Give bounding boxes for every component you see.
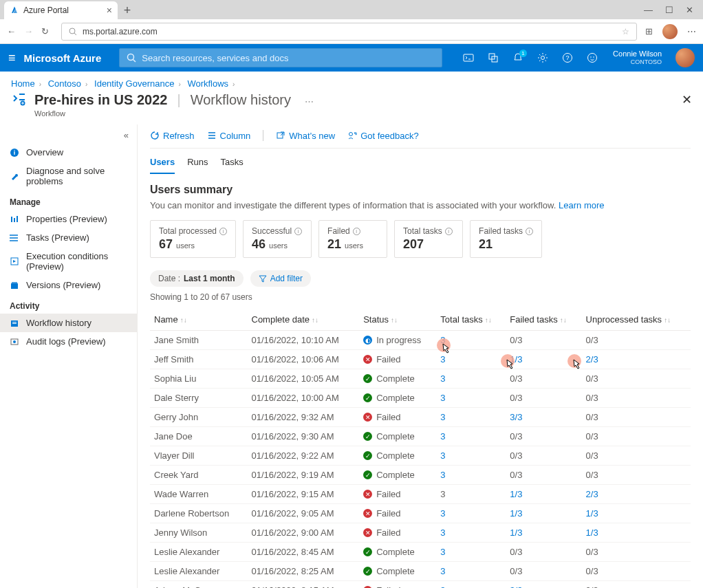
sidebar-item-overview[interactable]: i Overview (0, 143, 137, 162)
cell-failed[interactable]: 3/3 (506, 408, 581, 427)
tab-tasks[interactable]: Tasks (221, 154, 244, 174)
table-row[interactable]: Arlene McCoy 01/16/2022, 8:15 AM ✕Failed… (150, 581, 691, 589)
table-row[interactable]: Jenny Wilson 01/16/2022, 9:00 AM ✕Failed… (150, 523, 691, 543)
new-tab-button[interactable]: + (118, 1, 137, 19)
cell-failed[interactable]: 1/3 (506, 523, 581, 543)
date-filter-pill[interactable]: Date : Last 1 month (150, 270, 244, 287)
cell-total[interactable]: 3 (436, 543, 506, 562)
column-button[interactable]: Column (207, 130, 251, 141)
learn-more-link[interactable]: Learn more (559, 200, 604, 210)
cell-total[interactable]: 3 (436, 389, 506, 408)
cell-unprocessed[interactable]: 2/3 (582, 350, 691, 369)
directory-icon[interactable] (488, 52, 499, 63)
add-filter-button[interactable]: Add filter (250, 270, 311, 287)
settings-icon[interactable] (537, 52, 548, 63)
collections-icon[interactable]: ⊞ (645, 26, 653, 36)
column-header[interactable]: Status↑↓ (359, 309, 436, 331)
close-window-icon[interactable]: ✕ (686, 5, 693, 15)
sidebar-item-audit[interactable]: Audit logs (Preview) (0, 332, 137, 351)
table-row[interactable]: Wade Warren 01/16/2022, 9:15 AM ✕Failed … (150, 485, 691, 504)
browser-tab[interactable]: Azure Portal × (4, 1, 118, 19)
breadcrumb-item[interactable]: Identity Governance (94, 78, 174, 89)
cell-failed[interactable]: 1/3 (506, 350, 581, 369)
feedback-button[interactable]: Got feedback? (347, 130, 419, 141)
collapse-sidebar-icon[interactable]: « (0, 127, 137, 143)
user-avatar[interactable] (675, 48, 695, 67)
user-info[interactable]: Connie Wilson CONTOSO (613, 50, 662, 66)
summary-section: Users summary You can monitor and invest… (150, 184, 691, 210)
breadcrumb-item[interactable]: Contoso (48, 78, 81, 89)
forward-icon[interactable]: → (24, 26, 33, 36)
sidebar-item-execution[interactable]: Execution conditions (Preview) (0, 247, 137, 276)
feedback-icon[interactable] (587, 52, 598, 63)
cell-total[interactable]: 3 (436, 466, 506, 485)
info-icon[interactable]: i (294, 228, 302, 235)
cell-total[interactable]: 3 (436, 562, 506, 581)
cell-unprocessed[interactable]: 1/3 (582, 523, 691, 543)
info-icon[interactable]: i (445, 228, 453, 235)
column-header[interactable]: Total tasks↑↓ (436, 309, 506, 331)
cell-total[interactable]: 3 (436, 581, 506, 589)
notifications-icon[interactable]: 1 (512, 52, 523, 63)
cell-unprocessed[interactable]: 2/3 (582, 485, 691, 504)
table-row[interactable]: Gerry John 01/16/2022, 9:32 AM ✕Failed 3… (150, 408, 691, 427)
cell-unprocessed[interactable]: 1/3 (582, 504, 691, 523)
refresh-button[interactable]: Refresh (150, 130, 195, 141)
cell-date: 01/16/2022, 10:00 AM (248, 389, 360, 408)
cloud-shell-icon[interactable] (463, 52, 474, 63)
info-icon[interactable]: i (219, 228, 227, 235)
breadcrumb-item[interactable]: Workflows (187, 78, 228, 89)
column-header[interactable]: Failed tasks↑↓ (506, 309, 581, 331)
column-header[interactable]: Unprocessed tasks↑↓ (582, 309, 691, 331)
table-row[interactable]: Jane Smith 01/16/2022, 10:10 AM ◐In prog… (150, 331, 691, 350)
maximize-icon[interactable]: ☐ (665, 5, 673, 15)
sidebar-item-versions[interactable]: Versions (Preview) (0, 276, 137, 294)
cell-failed[interactable]: 1/3 (506, 504, 581, 523)
table-row[interactable]: Darlene Robertson 01/16/2022, 9:05 AM ✕F… (150, 504, 691, 523)
table-row[interactable]: Dale Sterry 01/16/2022, 10:00 AM ✓Comple… (150, 389, 691, 408)
table-row[interactable]: Leslie Alexander 01/16/2022, 8:25 AM ✓Co… (150, 562, 691, 581)
profile-avatar[interactable] (662, 24, 678, 39)
url-input[interactable]: ms.portal.azure.com ☆ (61, 23, 637, 41)
table-row[interactable]: Creek Yard 01/16/2022, 9:19 AM ✓Complete… (150, 466, 691, 485)
help-icon[interactable]: ? (562, 52, 573, 63)
whatsnew-button[interactable]: What's new (276, 130, 335, 141)
more-options-icon[interactable]: ⋯ (305, 96, 314, 107)
cell-total[interactable]: 3 (436, 523, 506, 543)
more-icon[interactable]: ⋯ (687, 26, 696, 36)
sidebar-item-tasks[interactable]: Tasks (Preview) (0, 228, 137, 247)
back-icon[interactable]: ← (7, 26, 16, 36)
table-row[interactable]: Jane Doe 01/16/2022, 9:30 AM ✓Complete 3… (150, 427, 691, 446)
cell-failed[interactable]: 3/3 (506, 581, 581, 589)
sidebar-item-workflow-history[interactable]: Workflow history (0, 314, 137, 332)
cell-total[interactable]: 3 (436, 446, 506, 466)
table-row[interactable]: Vlayer Dill 01/16/2022, 9:22 AM ✓Complet… (150, 446, 691, 466)
close-tab-icon[interactable]: × (107, 5, 112, 16)
minimize-icon[interactable]: — (644, 5, 653, 15)
cell-failed[interactable]: 1/3 (506, 485, 581, 504)
info-icon[interactable]: i (353, 228, 360, 235)
table-row[interactable]: Leslie Alexander 01/16/2022, 8:45 AM ✓Co… (150, 543, 691, 562)
hamburger-icon[interactable]: ≡ (8, 51, 16, 65)
cell-total[interactable]: 3 (436, 369, 506, 389)
tab-runs[interactable]: Runs (187, 154, 208, 174)
sidebar-item-diagnose[interactable]: Diagnose and solve problems (0, 162, 137, 190)
breadcrumb-item[interactable]: Home (11, 78, 35, 89)
favorite-icon[interactable]: ☆ (622, 27, 629, 36)
tab-users[interactable]: Users (150, 154, 175, 174)
refresh-icon[interactable]: ↻ (41, 26, 49, 36)
cell-total[interactable]: 3 (436, 350, 506, 369)
table-row[interactable]: Jeff Smith 01/16/2022, 10:06 AM ✕Failed … (150, 350, 691, 369)
info-icon[interactable]: i (526, 228, 533, 235)
table-row[interactable]: Sophia Liu 01/16/2022, 10:05 AM ✓Complet… (150, 369, 691, 389)
cell-total[interactable]: 3 (436, 427, 506, 446)
column-header[interactable]: Complete date↑↓ (248, 309, 360, 331)
cell-total[interactable]: 3 (436, 331, 506, 350)
cell-total[interactable]: 3 (436, 408, 506, 427)
close-blade-icon[interactable]: ✕ (682, 92, 692, 107)
cell-total[interactable]: 3 (436, 504, 506, 523)
global-search-input[interactable]: Search resources, services and docs (119, 48, 442, 67)
column-header[interactable]: Name↑↓ (150, 309, 248, 331)
sidebar-item-properties[interactable]: Properties (Preview) (0, 210, 137, 228)
brand-label[interactable]: Microsoft Azure (24, 52, 102, 64)
